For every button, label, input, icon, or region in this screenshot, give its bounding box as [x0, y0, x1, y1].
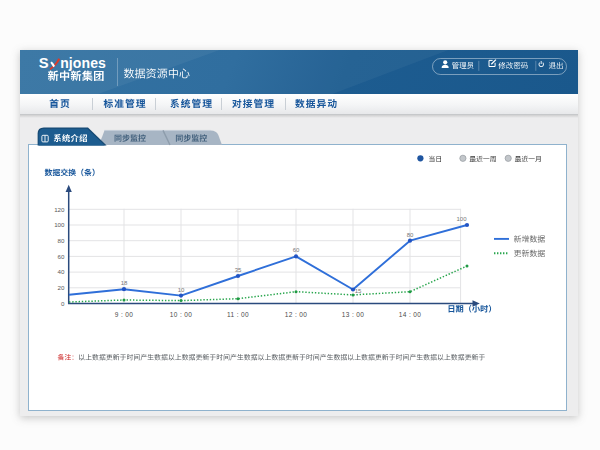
svg-text:120: 120	[54, 206, 65, 213]
svg-text:13 : 00: 13 : 00	[342, 311, 365, 318]
svg-text:18: 18	[121, 280, 128, 286]
svg-text:35: 35	[235, 267, 242, 273]
svg-text:100: 100	[54, 221, 65, 228]
svg-text:60: 60	[293, 247, 300, 253]
svg-text:80: 80	[407, 232, 414, 238]
svg-text:80: 80	[58, 237, 65, 244]
svg-text:20: 20	[58, 284, 65, 291]
svg-text:11 : 00: 11 : 00	[227, 311, 249, 318]
svg-text:60: 60	[58, 253, 65, 260]
svg-text:12 : 00: 12 : 00	[285, 311, 308, 318]
svg-text:njones: njones	[60, 55, 106, 71]
svg-text:14 : 00: 14 : 00	[399, 311, 422, 318]
svg-text:S: S	[39, 55, 49, 71]
svg-text:15: 15	[355, 288, 362, 294]
svg-text:100: 100	[456, 216, 467, 222]
svg-text:40: 40	[58, 268, 65, 275]
svg-text:10: 10	[178, 287, 185, 293]
svg-text:0: 0	[61, 300, 65, 307]
svg-text:9 : 00: 9 : 00	[115, 311, 134, 318]
svg-text:10 : 00: 10 : 00	[170, 311, 193, 318]
